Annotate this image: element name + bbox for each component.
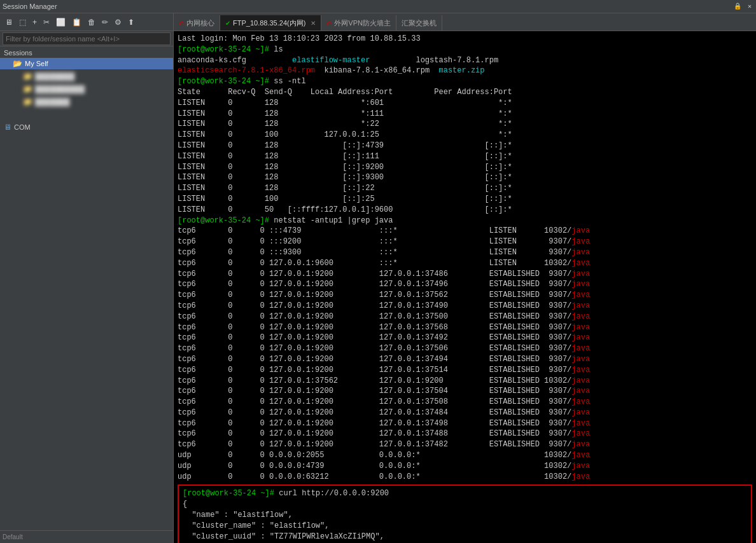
main-layout: 🖥 ⬚ + ✂ ⬜ 📋 🗑 ✏ ⚙ ⬆ Sessions 📂 My Self <box>0 13 756 543</box>
term-line-5: [root@work-35-24 ~]# ss -ntl <box>178 76 752 87</box>
terminal[interactable]: Last login: Mon Feb 13 18:10:23 2023 fro… <box>174 31 756 543</box>
curl-open-brace: { <box>183 499 747 510</box>
term-tcp6-16: tcp6 0 0 127.0.0.1:9200 127.0.0.1:37504 … <box>178 386 752 397</box>
term-line-4: elasticsearch-7.8.1-x86_64.rpm kibana-7.… <box>178 65 752 76</box>
tab-label-4: 汇聚交换机 <box>402 18 437 28</box>
tab-ftp[interactable]: ✔ FTP_10.88.35.24(内网) ✕ <box>220 15 321 31</box>
blurred-item-3: 📁 ███████ <box>23 96 169 107</box>
sidebar-toolbar: 🖥 ⬚ + ✂ ⬜ 📋 🗑 ✏ ⚙ ⬆ <box>0 13 173 31</box>
term-tcp6-12: tcp6 0 0 127.0.0.1:9200 127.0.0.1:37506 … <box>178 343 752 354</box>
term-line-1: Last login: Mon Feb 13 18:10:23 2023 fro… <box>178 34 752 45</box>
window-controls: 🔒 ✕ <box>732 3 753 10</box>
sidebar-item-myself[interactable]: 📂 My Self <box>0 58 173 69</box>
tab-label-1: 内网核心 <box>186 18 214 28</box>
content-area: ⊘ 内网核心 ✔ FTP_10.88.35.24(内网) ✕ ⊘ 外网VPN防火… <box>174 13 756 543</box>
sidebar-search <box>0 31 173 46</box>
app-title: Session Manager <box>3 3 57 10</box>
sidebar-item-com[interactable]: 🖥 COM <box>0 121 173 133</box>
term-tcp6-7: tcp6 0 0 127.0.0.1:9200 127.0.0.1:37562 … <box>178 290 752 301</box>
com-label: COM <box>14 123 31 131</box>
term-tcp6-8: tcp6 0 0 127.0.0.1:9200 127.0.0.1:37490 … <box>178 301 752 312</box>
tab-icon-red-3: ⊘ <box>326 20 332 27</box>
term-line-3: anaconda-ks.cfg elastiflow-master logsta… <box>178 55 752 66</box>
term-tcp6-17: tcp6 0 0 127.0.0.1:9200 127.0.0.1:37508 … <box>178 397 752 408</box>
curl-cluster-name: "cluster_name" : "elastiflow", <box>183 521 747 532</box>
server-icon: 🖥 <box>4 123 11 132</box>
term-udp-1: udp 0 0 0.0.0.0:2055 0.0.0.0:* 10302/jav… <box>178 450 752 461</box>
curl-command: [root@work-35-24 ~]# curl http://0.0.0.0… <box>183 488 747 499</box>
pin-button[interactable]: 🔒 <box>732 3 743 10</box>
term-listen-4: LISTEN 0 100 127.0.0.1:25 *:* <box>178 130 752 141</box>
cut-button[interactable]: ✂ <box>41 17 52 28</box>
term-udp-3: udp 0 0 0.0.0.0:63212 0.0.0.0:* 10302/ja… <box>178 472 752 483</box>
folder-icon-3: 📁 <box>23 97 32 106</box>
sidebar-footer: Default <box>0 530 173 543</box>
term-tcp6-11: tcp6 0 0 127.0.0.1:9200 127.0.0.1:37492 … <box>178 333 752 343</box>
blurred-item-1: 📁 ████████ <box>23 71 169 82</box>
new-session-button[interactable]: 🖥 <box>3 17 15 28</box>
sidebar-tree: Sessions 📂 My Self 📁 ████████ 📁 ████████… <box>0 46 173 530</box>
term-listen-1: LISTEN 0 128 *:601 *:* <box>178 98 752 109</box>
tab-icon-red-1: ⊘ <box>179 20 184 27</box>
term-listen-7: LISTEN 0 128 [::]:9200 [::]:* <box>178 162 752 173</box>
sort-button[interactable]: ⬆ <box>125 17 137 28</box>
term-tcp6-19: tcp6 0 0 127.0.0.1:9200 127.0.0.1:37498 … <box>178 418 752 429</box>
rename-button[interactable]: ✏ <box>99 17 111 28</box>
myself-label: My Self <box>25 60 48 67</box>
term-tcp6-1: tcp6 0 0 :::4739 :::* LISTEN 10302/java <box>178 226 752 237</box>
tab-switch[interactable]: 汇聚交换机 <box>396 15 442 31</box>
tab-icon-green-2: ✔ <box>225 20 230 27</box>
term-tcp6-13: tcp6 0 0 127.0.0.1:9200 127.0.0.1:37494 … <box>178 354 752 365</box>
tab-label-2: FTP_10.88.35.24(内网) <box>233 18 305 28</box>
session-search-input[interactable] <box>3 32 171 45</box>
delete-button[interactable]: 🗑 <box>85 17 98 28</box>
curl-name: "name" : "elastiflow", <box>183 510 747 521</box>
curl-cluster-uuid: "cluster_uuid" : "TZ77WIPWRlevlaXcZIiPMQ… <box>183 532 747 542</box>
tab-neiwan-core[interactable]: ⊘ 内网核心 <box>174 15 220 31</box>
tab-label-3: 外网VPN防火墙主 <box>334 18 391 28</box>
term-line-netstat: [root@work-35-24 ~]# netstat -antup1 |gr… <box>178 216 752 226</box>
term-listen-11: LISTEN 0 50 [::ffff:127.0.0.1]:9600 [::]… <box>178 205 752 216</box>
tab-vpn-firewall[interactable]: ⊘ 外网VPN防火墙主 <box>321 15 396 31</box>
folder-icon-2: 📁 <box>23 85 32 93</box>
term-tcp6-6: tcp6 0 0 127.0.0.1:9200 127.0.0.1:37496 … <box>178 279 752 290</box>
term-listen-9: LISTEN 0 128 [::]:22 [::]:* <box>178 183 752 194</box>
term-line-2: [root@work-35-24 ~]# ls <box>178 45 752 55</box>
copy-button[interactable]: ⬜ <box>53 17 68 28</box>
term-tcp6-5: tcp6 0 0 127.0.0.1:9200 127.0.0.1:37486 … <box>178 269 752 280</box>
curl-output-box: [root@work-35-24 ~]# curl http://0.0.0.0… <box>178 485 752 543</box>
term-listen-5: LISTEN 0 128 [::]:4739 [::]:* <box>178 141 752 151</box>
paste-button[interactable]: 📋 <box>69 17 84 28</box>
term-tcp6-4: tcp6 0 0 127.0.0.1:9600 :::* LISTEN 1030… <box>178 258 752 269</box>
properties-button[interactable]: ⚙ <box>112 17 124 28</box>
term-tcp6-18: tcp6 0 0 127.0.0.1:9200 127.0.0.1:37484 … <box>178 408 752 418</box>
tab-close-2[interactable]: ✕ <box>311 20 316 27</box>
term-line-header: State Recv-Q Send-Q Local Address:Port P… <box>178 87 752 98</box>
term-listen-10: LISTEN 0 100 [::]:25 [::]:* <box>178 194 752 205</box>
close-button[interactable]: ✕ <box>746 3 753 10</box>
term-tcp6-21: tcp6 0 0 127.0.0.1:9200 127.0.0.1:37482 … <box>178 439 752 450</box>
sessions-label: Sessions <box>0 48 173 58</box>
term-tcp6-20: tcp6 0 0 127.0.0.1:9200 127.0.0.1:37488 … <box>178 429 752 439</box>
title-bar: Session Manager 🔒 ✕ <box>0 0 756 13</box>
term-tcp6-2: tcp6 0 0 :::9200 :::* LISTEN 9307/java <box>178 237 752 247</box>
blurred-item-2: 📁 ██████████ <box>23 83 169 95</box>
tabs-bar: ⊘ 内网核心 ✔ FTP_10.88.35.24(内网) ✕ ⊘ 外网VPN防火… <box>174 13 756 31</box>
add-button[interactable]: + <box>30 17 39 28</box>
folder-icon-1: 📁 <box>23 72 32 81</box>
term-udp-2: udp 0 0 0.0.0.0:4739 0.0.0.0:* 10302/jav… <box>178 461 752 472</box>
term-listen-6: LISTEN 0 128 [::]:111 [::]:* <box>178 151 752 162</box>
folder-open-icon: 📂 <box>13 59 22 68</box>
term-tcp6-15: tcp6 0 0 127.0.0.1:37562 127.0.0.1:9200 … <box>178 376 752 387</box>
term-tcp6-9: tcp6 0 0 127.0.0.1:9200 127.0.0.1:37500 … <box>178 312 752 322</box>
term-listen-3: LISTEN 0 128 *:22 *:* <box>178 119 752 130</box>
term-tcp6-14: tcp6 0 0 127.0.0.1:9200 127.0.0.1:37514 … <box>178 365 752 376</box>
sidebar: 🖥 ⬚ + ✂ ⬜ 📋 🗑 ✏ ⚙ ⬆ Sessions 📂 My Self <box>0 13 174 543</box>
term-tcp6-10: tcp6 0 0 127.0.0.1:9200 127.0.0.1:37568 … <box>178 322 752 333</box>
default-label: Default <box>3 533 23 540</box>
term-listen-2: LISTEN 0 128 *:111 *:* <box>178 109 752 120</box>
term-listen-8: LISTEN 0 128 [::]:9300 [::]:* <box>178 172 752 183</box>
duplicate-button[interactable]: ⬚ <box>17 17 29 28</box>
term-tcp6-3: tcp6 0 0 :::9300 :::* LISTEN 9307/java <box>178 247 752 258</box>
